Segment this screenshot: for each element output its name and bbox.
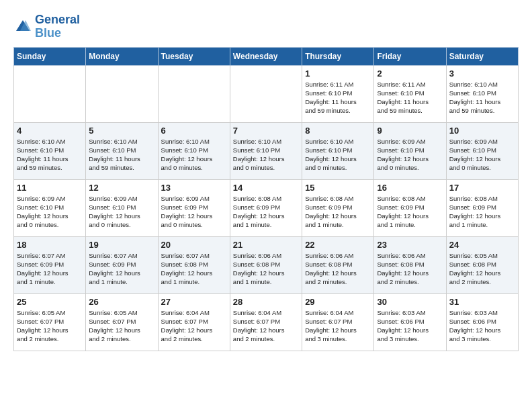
cell-info: Sunrise: 6:10 AM Sunset: 6:10 PM Dayligh… bbox=[161, 137, 227, 173]
calendar-cell-1-6: 10Sunrise: 6:09 AM Sunset: 6:10 PM Dayli… bbox=[446, 122, 518, 179]
day-number: 31 bbox=[449, 297, 515, 307]
calendar-cell-0-3 bbox=[230, 65, 302, 122]
calendar-cell-3-6: 24Sunrise: 6:05 AM Sunset: 6:08 PM Dayli… bbox=[446, 236, 518, 293]
cell-info: Sunrise: 6:05 AM Sunset: 6:07 PM Dayligh… bbox=[17, 308, 83, 344]
day-number: 4 bbox=[17, 126, 83, 136]
calendar-cell-0-1 bbox=[86, 65, 158, 122]
calendar-cell-0-2 bbox=[158, 65, 230, 122]
calendar-cell-3-1: 19Sunrise: 6:07 AM Sunset: 6:09 PM Dayli… bbox=[86, 236, 158, 293]
calendar-cell-2-5: 16Sunrise: 6:08 AM Sunset: 6:09 PM Dayli… bbox=[374, 179, 446, 236]
calendar-cell-2-1: 12Sunrise: 6:09 AM Sunset: 6:10 PM Dayli… bbox=[86, 179, 158, 236]
calendar-cell-0-0 bbox=[14, 65, 86, 122]
calendar-cell-3-4: 22Sunrise: 6:06 AM Sunset: 6:08 PM Dayli… bbox=[302, 236, 374, 293]
day-number: 18 bbox=[17, 240, 83, 250]
calendar-cell-1-1: 5Sunrise: 6:10 AM Sunset: 6:10 PM Daylig… bbox=[86, 122, 158, 179]
calendar-cell-4-4: 29Sunrise: 6:04 AM Sunset: 6:07 PM Dayli… bbox=[302, 293, 374, 351]
logo: General Blue bbox=[13, 13, 80, 40]
calendar-cell-4-1: 26Sunrise: 6:05 AM Sunset: 6:07 PM Dayli… bbox=[86, 293, 158, 351]
day-number: 15 bbox=[305, 183, 371, 193]
day-number: 12 bbox=[89, 183, 154, 193]
weekday-wednesday: Wednesday bbox=[230, 47, 302, 65]
day-number: 25 bbox=[17, 297, 83, 307]
day-number: 8 bbox=[305, 126, 371, 136]
cell-info: Sunrise: 6:08 AM Sunset: 6:09 PM Dayligh… bbox=[377, 194, 443, 230]
day-number: 10 bbox=[449, 126, 515, 136]
cell-info: Sunrise: 6:06 AM Sunset: 6:08 PM Dayligh… bbox=[233, 251, 299, 287]
cell-info: Sunrise: 6:04 AM Sunset: 6:07 PM Dayligh… bbox=[161, 308, 227, 344]
weekday-header-row: SundayMondayTuesdayWednesdayThursdayFrid… bbox=[14, 47, 519, 65]
week-row-2: 4Sunrise: 6:10 AM Sunset: 6:10 PM Daylig… bbox=[14, 122, 519, 179]
day-number: 22 bbox=[305, 240, 371, 250]
calendar-cell-2-0: 11Sunrise: 6:09 AM Sunset: 6:10 PM Dayli… bbox=[14, 179, 86, 236]
cell-info: Sunrise: 6:03 AM Sunset: 6:06 PM Dayligh… bbox=[449, 308, 515, 344]
cell-info: Sunrise: 6:09 AM Sunset: 6:10 PM Dayligh… bbox=[449, 137, 515, 173]
day-number: 1 bbox=[305, 68, 371, 79]
cell-info: Sunrise: 6:05 AM Sunset: 6:08 PM Dayligh… bbox=[449, 251, 515, 287]
calendar-cell-2-3: 14Sunrise: 6:08 AM Sunset: 6:09 PM Dayli… bbox=[230, 179, 302, 236]
cell-info: Sunrise: 6:06 AM Sunset: 6:08 PM Dayligh… bbox=[305, 251, 371, 287]
day-number: 30 bbox=[377, 297, 443, 307]
calendar-table: SundayMondayTuesdayWednesdayThursdayFrid… bbox=[13, 47, 519, 351]
day-number: 21 bbox=[233, 240, 299, 250]
cell-info: Sunrise: 6:09 AM Sunset: 6:10 PM Dayligh… bbox=[377, 137, 443, 173]
calendar-cell-4-3: 28Sunrise: 6:04 AM Sunset: 6:07 PM Dayli… bbox=[230, 293, 302, 351]
calendar-cell-1-5: 9Sunrise: 6:09 AM Sunset: 6:10 PM Daylig… bbox=[374, 122, 446, 179]
cell-info: Sunrise: 6:07 AM Sunset: 6:08 PM Dayligh… bbox=[161, 251, 227, 287]
cell-info: Sunrise: 6:10 AM Sunset: 6:10 PM Dayligh… bbox=[17, 137, 83, 173]
calendar-cell-3-5: 23Sunrise: 6:06 AM Sunset: 6:08 PM Dayli… bbox=[374, 236, 446, 293]
cell-info: Sunrise: 6:10 AM Sunset: 6:10 PM Dayligh… bbox=[89, 137, 154, 173]
calendar-cell-1-4: 8Sunrise: 6:10 AM Sunset: 6:10 PM Daylig… bbox=[302, 122, 374, 179]
day-number: 11 bbox=[17, 183, 83, 193]
weekday-sunday: Sunday bbox=[14, 47, 86, 65]
cell-info: Sunrise: 6:10 AM Sunset: 6:10 PM Dayligh… bbox=[449, 80, 515, 116]
calendar-cell-1-3: 7Sunrise: 6:10 AM Sunset: 6:10 PM Daylig… bbox=[230, 122, 302, 179]
day-number: 13 bbox=[161, 183, 227, 193]
calendar-cell-3-2: 20Sunrise: 6:07 AM Sunset: 6:08 PM Dayli… bbox=[158, 236, 230, 293]
day-number: 7 bbox=[233, 126, 299, 136]
logo-icon bbox=[13, 17, 32, 36]
day-number: 27 bbox=[161, 297, 227, 307]
day-number: 2 bbox=[377, 68, 443, 79]
weekday-thursday: Thursday bbox=[302, 47, 374, 65]
weekday-tuesday: Tuesday bbox=[158, 47, 230, 65]
day-number: 26 bbox=[89, 297, 154, 307]
cell-info: Sunrise: 6:07 AM Sunset: 6:09 PM Dayligh… bbox=[89, 251, 154, 287]
calendar-cell-1-0: 4Sunrise: 6:10 AM Sunset: 6:10 PM Daylig… bbox=[14, 122, 86, 179]
day-number: 28 bbox=[233, 297, 299, 307]
cell-info: Sunrise: 6:08 AM Sunset: 6:09 PM Dayligh… bbox=[449, 194, 515, 230]
cell-info: Sunrise: 6:09 AM Sunset: 6:10 PM Dayligh… bbox=[17, 194, 83, 230]
day-number: 24 bbox=[449, 240, 515, 250]
cell-info: Sunrise: 6:07 AM Sunset: 6:09 PM Dayligh… bbox=[17, 251, 83, 287]
day-number: 3 bbox=[449, 68, 515, 79]
cell-info: Sunrise: 6:10 AM Sunset: 6:10 PM Dayligh… bbox=[305, 137, 371, 173]
calendar-cell-4-0: 25Sunrise: 6:05 AM Sunset: 6:07 PM Dayli… bbox=[14, 293, 86, 351]
cell-info: Sunrise: 6:09 AM Sunset: 6:09 PM Dayligh… bbox=[161, 194, 227, 230]
page-header: General Blue bbox=[13, 13, 519, 40]
weekday-friday: Friday bbox=[374, 47, 446, 65]
cell-info: Sunrise: 6:11 AM Sunset: 6:10 PM Dayligh… bbox=[377, 80, 443, 116]
day-number: 9 bbox=[377, 126, 443, 136]
cell-info: Sunrise: 6:04 AM Sunset: 6:07 PM Dayligh… bbox=[233, 308, 299, 344]
week-row-1: 1Sunrise: 6:11 AM Sunset: 6:10 PM Daylig… bbox=[14, 65, 519, 122]
weekday-saturday: Saturday bbox=[446, 47, 518, 65]
cell-info: Sunrise: 6:10 AM Sunset: 6:10 PM Dayligh… bbox=[233, 137, 299, 173]
cell-info: Sunrise: 6:03 AM Sunset: 6:06 PM Dayligh… bbox=[377, 308, 443, 344]
day-number: 19 bbox=[89, 240, 154, 250]
day-number: 17 bbox=[449, 183, 515, 193]
cell-info: Sunrise: 6:09 AM Sunset: 6:10 PM Dayligh… bbox=[89, 194, 154, 230]
logo-text: General Blue bbox=[35, 13, 80, 40]
calendar-cell-3-0: 18Sunrise: 6:07 AM Sunset: 6:09 PM Dayli… bbox=[14, 236, 86, 293]
calendar-cell-4-2: 27Sunrise: 6:04 AM Sunset: 6:07 PM Dayli… bbox=[158, 293, 230, 351]
day-number: 20 bbox=[161, 240, 227, 250]
cell-info: Sunrise: 6:05 AM Sunset: 6:07 PM Dayligh… bbox=[89, 308, 154, 344]
calendar-cell-2-6: 17Sunrise: 6:08 AM Sunset: 6:09 PM Dayli… bbox=[446, 179, 518, 236]
day-number: 23 bbox=[377, 240, 443, 250]
calendar-cell-0-4: 1Sunrise: 6:11 AM Sunset: 6:10 PM Daylig… bbox=[302, 65, 374, 122]
calendar-cell-2-2: 13Sunrise: 6:09 AM Sunset: 6:09 PM Dayli… bbox=[158, 179, 230, 236]
cell-info: Sunrise: 6:08 AM Sunset: 6:09 PM Dayligh… bbox=[233, 194, 299, 230]
day-number: 6 bbox=[161, 126, 227, 136]
calendar-cell-4-6: 31Sunrise: 6:03 AM Sunset: 6:06 PM Dayli… bbox=[446, 293, 518, 351]
cell-info: Sunrise: 6:06 AM Sunset: 6:08 PM Dayligh… bbox=[377, 251, 443, 287]
calendar-cell-4-5: 30Sunrise: 6:03 AM Sunset: 6:06 PM Dayli… bbox=[374, 293, 446, 351]
calendar-cell-3-3: 21Sunrise: 6:06 AM Sunset: 6:08 PM Dayli… bbox=[230, 236, 302, 293]
